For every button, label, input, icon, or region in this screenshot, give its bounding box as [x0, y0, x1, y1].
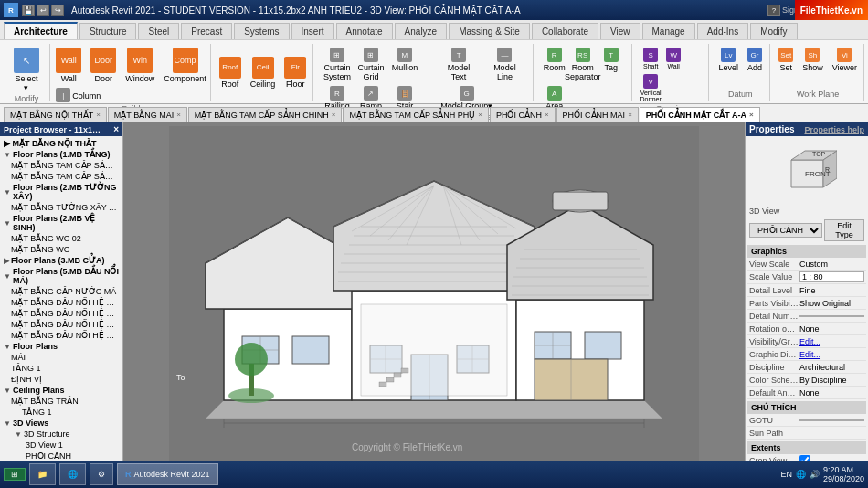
view-tab-phoi-canh-mai[interactable]: PHỐI CẢNH MÁI × — [556, 107, 639, 122]
tree-mb-tam-cap-chinh[interactable]: MẶT BẰNG TAM CẤP SẢNH CHÍNH — [9, 160, 121, 171]
tab-structure[interactable]: Structure — [79, 23, 137, 39]
ribbon-btn-set[interactable]: Set Set — [775, 46, 797, 74]
close-phoi-canh-mai[interactable]: × — [628, 111, 632, 119]
view-cube[interactable]: FRONT TOP R — [778, 142, 837, 201]
ribbon-btn-curtain-system[interactable]: ⊞ Curtain System — [321, 46, 354, 83]
ribbon-btn-vertical[interactable]: V Vertical Dormer — [640, 72, 662, 104]
prop-scale-value-val[interactable]: 1 : 80 — [799, 271, 864, 282]
prop-detail-num-value[interactable] — [799, 315, 864, 317]
tab-architecture[interactable]: Architecture — [4, 22, 78, 39]
project-browser-close[interactable]: × — [113, 124, 119, 134]
view-tab-phoi-canh-mat-cat[interactable]: PHỐI CẢNH MẶT CẮT A-A × — [640, 107, 760, 122]
ribbon-btn-floor[interactable]: Flr Floor — [281, 55, 310, 90]
tree-floor-plans-1[interactable]: ▼Floor Plans (1.MB TẦNG) — [2, 149, 121, 160]
tree-3d-views[interactable]: ▼3D Views — [2, 418, 121, 429]
properties-help-link[interactable]: Properties help — [804, 125, 864, 134]
tab-addins[interactable]: Add-Ins — [697, 23, 748, 39]
ribbon-btn-select[interactable]: ↖ Select ▾ — [9, 46, 44, 94]
ribbon-btn-room-separator[interactable]: RS Room Separator — [569, 46, 597, 83]
ribbon-btn-shaft[interactable]: S Shaft — [640, 46, 662, 71]
view-tab-mb-tam-cap-phu[interactable]: MẶT BẰNG TAM CẤP SẢNH PHỤ × — [343, 107, 489, 122]
tree-floor-plans-5[interactable]: ▼Floor Plans (5.MB ĐẦU NỔI MÁ) — [2, 266, 121, 286]
ribbon-btn-tag[interactable]: T Tag — [598, 46, 625, 83]
help-icon[interactable]: ? — [767, 5, 780, 16]
view-type-dropdown[interactable]: PHỐI CẢNH ▾ — [749, 223, 822, 238]
tab-insert[interactable]: Insert — [291, 23, 334, 39]
tree-mb-wc[interactable]: MẶT BẰNG WC — [9, 244, 121, 255]
start-button[interactable]: ⊞ — [4, 468, 26, 481]
tab-analyze[interactable]: Analyze — [395, 23, 448, 39]
edit-type-button[interactable]: Edit Type — [824, 219, 864, 241]
ribbon-btn-roof[interactable]: Roof Roof — [216, 55, 245, 90]
prop-gotu-value[interactable] — [799, 419, 864, 421]
tab-manage[interactable]: Manage — [642, 23, 695, 39]
tree-tran-tang1[interactable]: TẦNG 1 — [9, 407, 121, 418]
close-phoi-canh-mat-cat[interactable]: × — [749, 111, 754, 119]
ribbon-btn-curtain-grid[interactable]: ⊞ Curtain Grid — [355, 46, 387, 83]
view-tab-phoi-canh[interactable]: PHỐI CẢNH × — [490, 107, 556, 122]
ribbon-btn-show[interactable]: Sh Show — [799, 46, 827, 74]
tab-steel[interactable]: Steel — [138, 23, 179, 39]
tree-tang1[interactable]: TẦNG 1 — [9, 363, 121, 374]
tree-mb-wc02[interactable]: MẶT BẰNG WC 02 — [9, 233, 121, 244]
taskbar-browser[interactable]: 🌐 — [59, 463, 86, 485]
close-mb-mai[interactable]: × — [176, 111, 181, 119]
close-mb-tam-cap[interactable]: × — [332, 111, 336, 119]
ribbon-btn-viewer[interactable]: Vi Viewer — [829, 46, 861, 74]
tab-modify[interactable]: Modify — [750, 23, 797, 39]
tree-floor-plans-cua[interactable]: ▶Floor Plans (3.MB CỬA) — [2, 255, 121, 266]
prop-visibility-edit[interactable]: Edit... — [799, 337, 864, 346]
tree-mb-tran[interactable]: MẶT BẰNG TRẦN — [9, 396, 121, 407]
tree-ceiling-plans[interactable]: ▼Ceiling Plans — [2, 385, 121, 396]
quick-access-save[interactable]: 💾 — [22, 5, 35, 16]
ribbon-btn-level[interactable]: Lv Level — [715, 46, 743, 74]
ribbon-btn-wall[interactable]: Wall Wall — [52, 46, 85, 85]
tab-massing[interactable]: Massing & Site — [449, 23, 530, 39]
canvas-area[interactable]: To Copyright © FileTHietKe.vn — [123, 122, 745, 468]
quick-access-redo[interactable]: ↪ — [51, 5, 64, 16]
ribbon-btn-grid[interactable]: Gr Add — [744, 46, 766, 74]
ribbon-btn-component[interactable]: Comp Component — [160, 46, 210, 85]
tree-3d-structure[interactable]: ▼3D Structure — [9, 429, 121, 440]
view-tab-mb-tam-cap[interactable]: MẶT BẰNG TAM CẤP SẢNH CHÍNH × — [188, 107, 343, 122]
tree-dinh-vi[interactable]: ĐỊNH VỊ — [9, 374, 121, 385]
close-mb-noi-that[interactable]: × — [96, 111, 101, 119]
taskbar-revit[interactable]: R Autodesk Revit 2021 — [117, 463, 218, 485]
close-phoi-canh[interactable]: × — [545, 111, 549, 119]
ribbon-btn-ceiling[interactable]: Ceil Ceiling — [247, 55, 280, 90]
tree-mat-bang-noi-that[interactable]: ▶ MẶT BẰNG NỘI THẤT — [2, 138, 121, 149]
taskbar-settings[interactable]: ⚙ — [90, 463, 113, 485]
prop-graphic-displ-edit[interactable]: Edit... — [799, 350, 864, 359]
tree-mai[interactable]: MÁI — [9, 352, 121, 363]
tree-mb-tam-cap-phu[interactable]: MẶT BẰNG TAM CẤP SẢNH PHỤ — [9, 171, 121, 182]
tab-systems[interactable]: Systems — [234, 23, 289, 39]
tree-mb-cap-nuoc[interactable]: MẶT BẰNG CẤP NƯỚC MÁ — [9, 286, 121, 297]
ribbon-btn-column[interactable]: | Column — [52, 86, 104, 104]
tree-mb-dau-noi-di[interactable]: MẶT BẰNG ĐẦU NỔI HỆ THỐNG ĐI — [9, 330, 121, 341]
view-tab-mb-noi-that[interactable]: MẶT BẰNG NỘI THẤT × — [4, 107, 107, 122]
close-mb-tam-cap-phu[interactable]: × — [478, 111, 482, 119]
ribbon-btn-window[interactable]: Win Window — [122, 46, 158, 85]
tree-floor-plans-3[interactable]: ▼Floor Plans (2.MB VỆ SINH) — [2, 213, 121, 233]
ribbon-btn-mullion[interactable]: M Mullion — [388, 46, 421, 83]
ribbon-btn-model-text[interactable]: T Model Text — [437, 46, 481, 83]
tree-floor-plans[interactable]: ▼Floor Plans — [2, 341, 121, 352]
tab-collaborate[interactable]: Collaborate — [532, 23, 598, 39]
tab-precast[interactable]: Precast — [181, 23, 232, 39]
tree-3d-view1[interactable]: 3D View 1 — [24, 440, 121, 451]
taskbar-file-explorer[interactable]: 📁 — [29, 463, 56, 485]
tree-mb-tuong-xay[interactable]: MẶT BẰNG TƯỜNG XÂY TẦNG 1 — [9, 202, 121, 213]
project-browser-tree[interactable]: ▶ MẶT BẰNG NỘI THẤT ▼Floor Plans (1.MB T… — [0, 136, 122, 468]
ribbon-btn-door[interactable]: Door Door — [87, 46, 120, 85]
properties-content[interactable]: FRONT TOP R 3D View PHỐI CẢNH ▾ Edit Typ… — [746, 136, 868, 468]
view-tab-mb-mai[interactable]: MẶT BẰNG MÁI × — [108, 107, 187, 122]
tree-mb-dau-noi-th1[interactable]: MẶT BẰNG ĐẦU NỔI HỆ THỐNG TH — [9, 308, 121, 319]
tab-annotate[interactable]: Annotate — [336, 23, 393, 39]
tree-mb-dau-noi-g[interactable]: MẶT BẰNG ĐẦU NỔI HỆ THỐNG G — [9, 297, 121, 308]
tree-floor-plans-2[interactable]: ▼Floor Plans (2.MB TƯỜNG XÂY) — [2, 182, 121, 202]
quick-access-undo[interactable]: ↩ — [37, 5, 49, 16]
tree-mb-dau-noi-th2[interactable]: MẶT BẰNG ĐẦU NỔI HỆ THỐNG TH — [9, 319, 121, 330]
ribbon-btn-wall-opening[interactable]: W Wall — [662, 46, 684, 71]
ribbon-btn-model-line[interactable]: — Model Line — [482, 46, 527, 83]
tab-view[interactable]: View — [600, 23, 640, 39]
